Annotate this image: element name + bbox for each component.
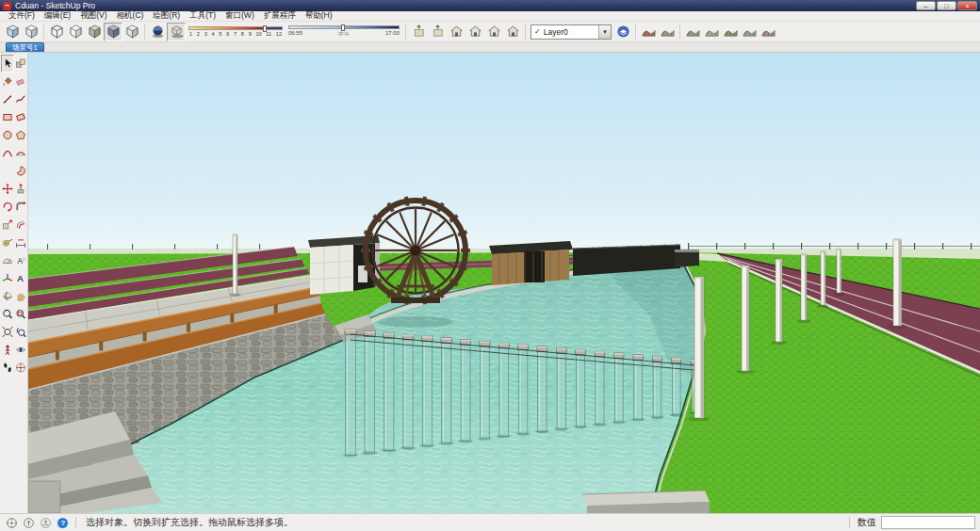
face-style-wireframe-button[interactable] [47,23,66,41]
top-view-button[interactable] [466,23,484,41]
tool-make-component-button[interactable] [14,55,27,72]
bottom-platform [582,491,710,513]
add-detail-button[interactable] [740,23,759,41]
tool-look-around-button[interactable] [14,341,27,359]
tool-section-plane-button[interactable] [14,359,27,377]
sandbox-from-contours-button[interactable] [639,23,658,41]
tool-orbit-button[interactable] [1,287,14,305]
scene-tab[interactable]: 场景号1 [6,42,44,52]
face-style-shaded-with-textures-button[interactable] [104,23,122,41]
viewport-3d-scene[interactable] [28,53,980,513]
tool-3d-text-button[interactable] [14,269,27,287]
tool-zoom-window-button[interactable] [14,305,27,323]
sketchup-logo-icon [3,2,11,10]
date-tick: 1 [189,31,192,37]
tool-scale-button[interactable] [1,216,14,233]
tool-position-camera-button[interactable] [1,341,14,359]
date-slider-bar[interactable] [188,26,283,30]
tool-position-camera-icon [2,344,13,356]
claim-credit-button[interactable] [22,516,36,530]
tool-walk-button[interactable] [1,359,14,377]
tool-follow-me-button[interactable] [14,198,27,216]
menu-item-draw[interactable]: 绘图(R) [148,10,185,22]
close-button[interactable]: × [957,1,977,10]
minimize-button[interactable]: – [916,1,936,10]
tool-offset-button[interactable] [14,216,27,233]
tool-previous-button[interactable] [14,323,27,341]
geolocation-button[interactable] [5,516,19,530]
tool-line-button[interactable] [1,90,14,108]
tool-dimension-button[interactable] [14,233,27,251]
time-end-label: 17:00 [385,30,400,39]
tool-two-point-arc-button[interactable] [14,144,27,162]
front-view-button[interactable] [484,23,503,41]
date-tick: 2 [197,31,200,37]
face-style-shaded-button[interactable] [85,23,104,41]
tool-rotated-rectangle-button[interactable] [14,108,27,126]
sign-in-button[interactable] [39,516,53,530]
face-style-xray-button[interactable] [3,23,22,41]
tool-zoom-extents-button[interactable] [1,323,14,341]
section-plane-button[interactable] [409,23,428,41]
stamp-button[interactable] [702,23,721,41]
help-button[interactable] [56,516,70,530]
tool-three-point-arc-button[interactable] [1,162,14,180]
time-slider-thumb[interactable] [341,24,345,31]
window-title: Cduan - SketchUp Pro [15,1,95,10]
tool-freehand-button[interactable] [14,90,27,108]
iso-view-button[interactable] [447,23,466,41]
menu-item-tools[interactable]: 工具(T) [185,10,220,22]
menu-item-file[interactable]: 文件(F) [4,10,40,22]
measure-input[interactable] [881,516,975,529]
layer-manager-button[interactable] [613,23,632,41]
tool-axes-button[interactable] [1,269,14,287]
tool-push-pull-button[interactable] [14,180,27,198]
tool-zoom-button[interactable] [1,305,14,323]
measure-label: 数值 [858,516,876,529]
right-view-button[interactable] [503,23,522,41]
tool-orbit-icon [2,290,13,302]
face-style-hidden-line-button[interactable] [66,23,85,41]
shadow-date-slider[interactable]: 123456789101112 [188,26,283,37]
tool-text-button[interactable] [14,251,27,269]
tool-paint-bucket-button[interactable] [1,72,14,90]
tool-rotate-button[interactable] [1,198,14,216]
menu-item-extensions[interactable]: 扩展程序 [259,10,301,22]
viewport[interactable] [28,53,980,513]
smoove-button[interactable] [683,23,702,41]
drape-button[interactable] [721,23,740,41]
menu-item-help[interactable]: 帮助(H) [301,10,337,22]
tool-pie-button[interactable] [14,162,27,180]
sandbox-from-scratch-button[interactable] [658,23,677,41]
tool-circle-button[interactable] [1,126,14,144]
flip-edge-button[interactable] [759,23,777,41]
layer-combo-dropdown-icon[interactable]: ▼ [598,25,611,39]
shadow-settings-button[interactable] [148,23,167,41]
face-style-monochrome-button[interactable] [122,23,141,41]
tool-eraser-button[interactable] [14,72,27,90]
layer-combo[interactable]: ✓ Layer0 ▼ [531,24,612,40]
tool-move-button[interactable] [1,180,14,198]
time-slider-bar[interactable] [288,25,400,29]
tool-rotated-rectangle-icon [15,111,26,123]
tool-polygon-button[interactable] [14,126,27,144]
tool-tape-measure-button[interactable] [1,233,14,251]
maximize-button[interactable]: □ [937,1,956,10]
tool-protractor-button[interactable] [1,251,14,269]
tool-arc-button[interactable] [1,144,14,162]
tool-zoom-window-icon [15,308,26,320]
shadow-toggle-button[interactable] [167,23,186,41]
shadow-time-slider[interactable]: 06:55 中午 17:00 [288,25,400,39]
tool-select-button[interactable] [1,55,14,72]
menu-item-view[interactable]: 视图(V) [75,10,111,22]
palette-row [0,72,27,90]
section-display-button[interactable] [428,23,447,41]
palette-row [0,144,27,162]
tool-rectangle-button[interactable] [1,108,14,126]
date-slider-thumb[interactable] [263,25,267,32]
tool-pan-button[interactable] [14,287,27,305]
menu-item-camera[interactable]: 相机(C) [112,10,149,22]
face-style-back-edges-button[interactable] [22,23,41,41]
menu-item-window[interactable]: 窗口(W) [220,10,259,22]
menu-item-edit[interactable]: 编辑(E) [40,10,75,22]
